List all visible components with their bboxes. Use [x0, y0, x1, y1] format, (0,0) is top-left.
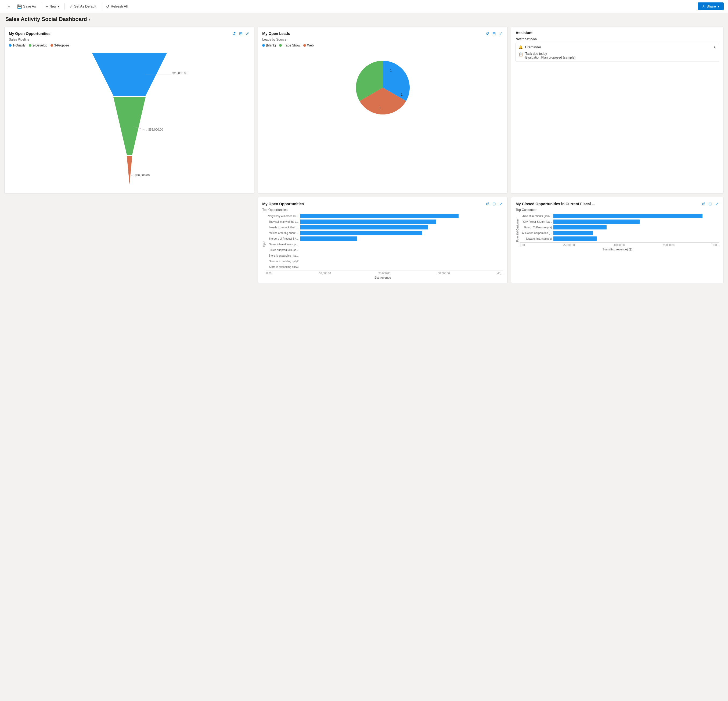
- refresh-button[interactable]: ↺ Refresh All: [103, 3, 130, 10]
- share-icon: ↗: [702, 4, 705, 8]
- bar-track: [300, 231, 503, 235]
- task-detail: Evaluation Plan proposed (sample): [525, 56, 575, 59]
- closed-opp-expand-btn[interactable]: ⤢: [715, 201, 719, 207]
- share-button[interactable]: ↗ Share ▾: [698, 3, 724, 10]
- list-item: Adventure Works (sam...: [520, 214, 719, 218]
- open-leads-subtitle: Leads by Source: [262, 38, 503, 41]
- new-button[interactable]: + New ▾: [43, 3, 62, 10]
- bar-fill: [300, 225, 428, 230]
- bar-fill: [553, 231, 593, 235]
- top-opp-refresh-btn[interactable]: ↺: [485, 201, 490, 207]
- open-leads-title: My Open Leads: [262, 32, 290, 36]
- legend-develop-label: 2-Develop: [33, 43, 47, 47]
- share-chevron-icon: ▾: [718, 4, 719, 8]
- bar-fill: [300, 236, 357, 241]
- closed-opp-table-btn[interactable]: ⊞: [708, 201, 712, 207]
- funnel-propose-value: $36,000.00: [135, 173, 150, 177]
- plus-icon: +: [46, 4, 48, 9]
- pie-chart: 1 1 1: [262, 50, 503, 125]
- toolbar: ← 💾 Save As + New ▾ ✓ Set As Default ↺ R…: [0, 0, 728, 13]
- opp-expand-btn[interactable]: ⤢: [245, 30, 250, 36]
- bar-track: [300, 225, 503, 230]
- check-icon: ✓: [69, 4, 73, 9]
- open-opportunities-icons: ↺ ⊞ ⤢: [232, 30, 250, 36]
- bar-track: [553, 220, 719, 224]
- leads-table-btn[interactable]: ⊞: [492, 30, 497, 36]
- legend-propose: 3-Propose: [51, 43, 69, 47]
- bar-fill: [553, 225, 606, 230]
- list-item: City Power & Light (sa...: [520, 220, 719, 224]
- bar-label: Litware, Inc. (sample): [520, 237, 552, 240]
- bar-track: [300, 214, 503, 218]
- opp-table-btn[interactable]: ⊞: [238, 30, 243, 36]
- legend-web: Web: [303, 43, 313, 47]
- bar-label: Likes our products (sa...: [266, 249, 299, 251]
- open-opportunities-header: My Open Opportunities ↺ ⊞ ⤢: [9, 30, 250, 36]
- x-axis: 0.0025,000.0050,000.0075,000.00100...: [520, 242, 719, 247]
- task-text: Task due today Evaluation Plan proposed …: [525, 52, 575, 59]
- bar-track: [300, 253, 503, 258]
- save-as-button[interactable]: 💾 Save As: [14, 3, 39, 10]
- funnel-chart: $25,000.00 $55,000.00 $36,000.00: [9, 50, 250, 190]
- top-opp-table-btn[interactable]: ⊞: [492, 201, 497, 207]
- legend-blank-label: (blank): [266, 43, 276, 47]
- bar-fill: [300, 231, 422, 235]
- top-opp-expand-btn[interactable]: ⤢: [498, 201, 503, 207]
- list-item: Store is expanding opty3: [266, 265, 503, 269]
- bar-label: 6 orders of Product SK...: [266, 237, 299, 240]
- top-opp-header: My Open Opportunities ↺ ⊞ ⤢: [262, 201, 503, 207]
- refresh-icon: ↺: [106, 4, 109, 9]
- save-as-label: Save As: [23, 4, 36, 8]
- funnel-develop: [113, 97, 146, 155]
- reminder-collapse-icon[interactable]: ∧: [714, 45, 716, 49]
- list-item: Some interest in our pr...: [266, 242, 503, 246]
- opp-refresh-btn[interactable]: ↺: [232, 30, 236, 36]
- page-title: Sales Activity Social Dashboard: [5, 16, 87, 22]
- pie-tradeshow-label: 1: [400, 93, 402, 97]
- legend-qualify-dot: [9, 44, 12, 47]
- legend-tradeshow-label: Trade Show: [283, 43, 300, 47]
- bar-fill: [553, 214, 702, 218]
- closed-opp-title: My Closed Opportunities in Current Fisca…: [516, 202, 595, 206]
- leads-expand-btn[interactable]: ⤢: [498, 30, 503, 36]
- bar-label: Store is expanding - se...: [266, 254, 299, 257]
- bar-label: Some interest in our pr...: [266, 243, 299, 246]
- legend-qualify: 1-Qualify: [9, 43, 26, 47]
- notifications-label: Notifications: [516, 37, 719, 41]
- reminder-count: 1 reminder: [524, 45, 541, 49]
- bar-fill: [553, 236, 597, 241]
- pie-blank-label: 1: [390, 68, 391, 72]
- bar-label: Fourth Coffee (sample): [520, 226, 552, 229]
- legend-propose-dot: [51, 44, 53, 47]
- bar-track: [300, 265, 503, 269]
- top-opportunities-card: My Open Opportunities ↺ ⊞ ⤢ Top Opportun…: [258, 197, 508, 283]
- task-item: 📋 Task due today Evaluation Plan propose…: [519, 52, 716, 59]
- bar-label: Store is expanding opty2: [266, 260, 299, 263]
- closed-opp-chart-wrap: Potential Customer Adventure Works (sam.…: [516, 214, 719, 247]
- svg-line-2: [130, 175, 134, 176]
- open-leads-header: My Open Leads ↺ ⊞ ⤢: [262, 30, 503, 36]
- bar-label: Very likely will order 18 ...: [266, 215, 299, 218]
- leads-refresh-btn[interactable]: ↺: [485, 30, 490, 36]
- list-item: Fourth Coffee (sample): [520, 225, 719, 230]
- open-leads-legend: (blank) Trade Show Web: [262, 43, 503, 47]
- pie-web-label: 1: [379, 106, 381, 110]
- funnel-qualify-value: $25,000.00: [172, 71, 187, 75]
- bar-track: [553, 231, 719, 235]
- page-title-chevron[interactable]: ▾: [89, 17, 91, 22]
- open-leads-card: My Open Leads ↺ ⊞ ⤢ Leads by Source (bla…: [258, 27, 508, 194]
- save-icon: 💾: [17, 4, 22, 9]
- closed-opp-refresh-btn[interactable]: ↺: [701, 201, 706, 207]
- list-item: Likes our products (sa...: [266, 248, 503, 252]
- top-opp-title: My Open Opportunities: [262, 202, 304, 206]
- back-button[interactable]: ←: [4, 3, 13, 10]
- list-item: Will be ordering about ...: [266, 231, 503, 235]
- top-opp-x-label: Est. revenue: [262, 276, 503, 279]
- task-label: Task due today: [525, 52, 575, 56]
- page-title-bar: Sales Activity Social Dashboard ▾: [0, 13, 728, 25]
- bar-track: [553, 214, 719, 218]
- legend-tradeshow-dot: [279, 44, 282, 47]
- set-default-button[interactable]: ✓ Set As Default: [67, 3, 99, 10]
- legend-blank: (blank): [262, 43, 276, 47]
- list-item: Store is expanding opty2: [266, 259, 503, 263]
